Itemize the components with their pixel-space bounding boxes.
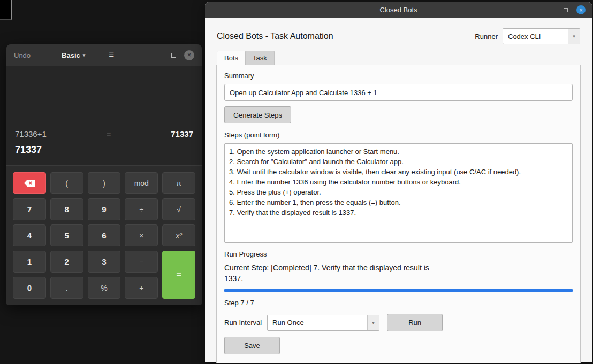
key-7[interactable]: 7 (13, 198, 46, 220)
key-9[interactable]: 9 (88, 198, 121, 220)
undo-button[interactable]: Undo (14, 51, 31, 59)
key-multiply[interactable]: × (125, 224, 158, 246)
key-equals[interactable]: = (162, 251, 195, 299)
run-progress-bar (224, 289, 573, 292)
key-pi[interactable]: π (162, 172, 195, 194)
result-display: 71337 (15, 144, 193, 156)
calculator-keypad: ( ) mod π 7 8 9 ÷ √ 4 5 6 × x² 1 2 3 − =… (6, 165, 202, 305)
desktop: { "colors": { "equals_green": "#77c14c",… (0, 0, 593, 364)
key-backspace[interactable] (13, 172, 46, 194)
tab-bots[interactable]: Bots (217, 51, 246, 65)
key-sqrt[interactable]: √ (162, 198, 195, 220)
run-button[interactable]: Run (387, 314, 443, 331)
runner-value: Codex CLI (503, 33, 568, 41)
summary-label: Summary (224, 72, 573, 80)
window-title: Closed Bots (205, 6, 592, 14)
history-row: 71336+1 = 71337 (15, 129, 193, 138)
steps-label: Steps (point form) (224, 131, 573, 139)
history-expression: 71336+1 (15, 129, 47, 138)
key-8[interactable]: 8 (50, 198, 83, 220)
run-controls: Run Interval Run Once ▾ Run (224, 314, 573, 331)
closed-bots-titlebar: Closed Bots – × (205, 2, 592, 18)
minimize-button[interactable]: – (159, 51, 163, 59)
key-3[interactable]: 3 (88, 251, 121, 273)
closed-bots-window: Closed Bots – × Closed Bots - Task Autom… (205, 2, 592, 362)
tab-bar: Bots Task (217, 51, 592, 65)
key-decimal[interactable]: . (50, 277, 83, 299)
close-button[interactable]: × (184, 50, 194, 60)
restore-button[interactable] (564, 8, 568, 12)
chevron-down-icon: ▾ (568, 29, 580, 44)
backspace-icon (24, 179, 35, 187)
history-equals: = (107, 129, 111, 138)
step-counter: Step 7 / 7 (224, 299, 573, 307)
chevron-down-icon: ▾ (83, 52, 86, 58)
generate-steps-button[interactable]: Generate Steps (224, 106, 291, 123)
steps-textarea[interactable]: 1. Open the system application launcher … (224, 143, 573, 243)
key-5[interactable]: 5 (50, 224, 83, 246)
tab-task[interactable]: Task (246, 51, 275, 65)
run-interval-dropdown[interactable]: Run Once ▾ (267, 315, 379, 331)
calculator-display: 71336+1 = 71337 71337 (6, 66, 202, 165)
key-mod[interactable]: mod (125, 172, 158, 194)
calculator-titlebar: Undo Basic ▾ ≡ – × (6, 44, 202, 66)
menu-icon[interactable]: ≡ (109, 50, 114, 60)
key-minus[interactable]: − (125, 251, 158, 273)
current-step-text: Current Step: [Completed] 7. Verify that… (224, 262, 449, 284)
minimize-button[interactable]: – (551, 6, 555, 14)
key-2[interactable]: 2 (50, 251, 83, 273)
runner-dropdown[interactable]: Codex CLI ▾ (503, 28, 580, 44)
run-progress-fill (224, 289, 573, 292)
key-6[interactable]: 6 (88, 224, 121, 246)
restore-button[interactable] (171, 53, 176, 58)
mode-label: Basic (62, 51, 80, 59)
calculator-window: Undo Basic ▾ ≡ – × 71336+1 = 71337 71337… (6, 44, 202, 305)
key-close-paren[interactable]: ) (88, 172, 121, 194)
key-square[interactable]: x² (162, 224, 195, 246)
runner-label: Runner (475, 33, 498, 41)
summary-input[interactable] (224, 84, 573, 101)
run-interval-label: Run Interval (224, 319, 262, 327)
save-button[interactable]: Save (224, 337, 280, 354)
key-1[interactable]: 1 (13, 251, 46, 273)
key-open-paren[interactable]: ( (50, 172, 83, 194)
run-interval-value: Run Once (268, 319, 367, 327)
page-title: Closed Bots - Task Automation (217, 32, 333, 41)
key-0[interactable]: 0 (13, 277, 46, 299)
close-button[interactable]: × (576, 5, 586, 14)
key-percent[interactable]: % (88, 277, 121, 299)
mini-window-artifact (0, 0, 12, 20)
chevron-down-icon: ▾ (367, 315, 379, 330)
key-divide[interactable]: ÷ (125, 198, 158, 220)
run-progress-label: Run Progress (224, 250, 573, 258)
key-4[interactable]: 4 (13, 224, 46, 246)
history-result: 71337 (171, 129, 193, 138)
mode-dropdown[interactable]: Basic ▾ (62, 51, 85, 59)
key-plus[interactable]: + (125, 277, 158, 299)
task-panel: Summary Generate Steps Steps (point form… (216, 65, 581, 363)
app-header: Closed Bots - Task Automation Runner Cod… (217, 28, 580, 44)
